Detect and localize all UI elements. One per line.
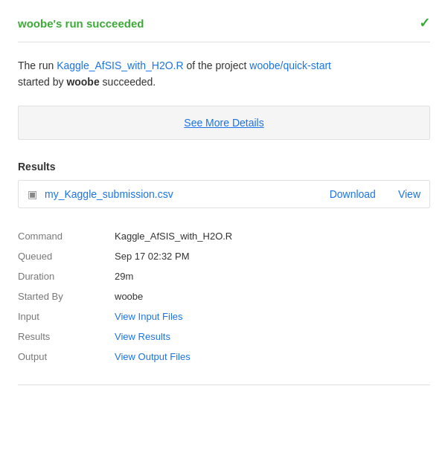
file-icon: ▣	[28, 188, 37, 200]
meta-label: Started By	[18, 291, 115, 302]
meta-row: Started Bywoobe	[18, 286, 430, 306]
meta-value: Sep 17 02:32 PM	[115, 251, 189, 262]
desc-pre: The run	[18, 60, 57, 71]
results-section: Results ▣ my_Kaggle_submission.csv Downl…	[18, 161, 430, 208]
desc-end: succeeded.	[100, 76, 156, 88]
meta-row: ResultsView Results	[18, 327, 430, 347]
page-container: woobe's run succeeded ✓ The run Kaggle_A…	[0, 0, 448, 400]
desc-mid: of the project	[184, 60, 250, 71]
meta-value: Kaggle_AfSIS_with_H2O.R	[115, 231, 232, 242]
meta-row: InputView Input Files	[18, 306, 430, 327]
desc-post: started by	[18, 76, 66, 88]
meta-row: OutputView Output Files	[18, 347, 430, 367]
footer-divider	[18, 385, 430, 385]
header-row: woobe's run succeeded ✓	[18, 15, 430, 31]
meta-label: Duration	[18, 271, 115, 282]
meta-value[interactable]: View Results	[115, 331, 170, 342]
results-heading: Results	[18, 161, 430, 173]
success-check-icon: ✓	[419, 15, 430, 31]
description-text: The run Kaggle_AfSIS_with_H2O.R of the p…	[18, 57, 430, 91]
meta-label: Queued	[18, 251, 115, 262]
meta-value[interactable]: View Output Files	[115, 351, 191, 362]
meta-row: QueuedSep 17 02:32 PM	[18, 246, 430, 266]
meta-section: CommandKaggle_AfSIS_with_H2O.RQueuedSep …	[18, 226, 430, 367]
download-link[interactable]: Download	[330, 188, 376, 200]
see-more-button[interactable]: See More Details	[18, 106, 430, 140]
file-name-link[interactable]: my_Kaggle_submission.csv	[45, 188, 307, 200]
meta-row: CommandKaggle_AfSIS_with_H2O.R	[18, 226, 430, 246]
page-title: woobe's run succeeded	[18, 17, 144, 30]
meta-value: 29m	[115, 271, 133, 282]
meta-label: Output	[18, 351, 115, 362]
results-table: ▣ my_Kaggle_submission.csv Download View	[18, 180, 430, 208]
meta-row: Duration29m	[18, 266, 430, 286]
project-link[interactable]: woobe/quick-start	[249, 60, 331, 71]
meta-value-link[interactable]: View Output Files	[115, 351, 191, 362]
header-divider	[18, 42, 430, 42]
meta-label: Results	[18, 331, 115, 342]
meta-value-link[interactable]: View Input Files	[115, 311, 183, 322]
meta-value-link[interactable]: View Results	[115, 331, 170, 342]
meta-value[interactable]: View Input Files	[115, 311, 183, 322]
view-link[interactable]: View	[398, 188, 420, 200]
user-name: woobe	[66, 76, 99, 88]
meta-value: woobe	[115, 291, 143, 302]
table-row: ▣ my_Kaggle_submission.csv Download View	[19, 181, 429, 208]
meta-label: Command	[18, 231, 115, 242]
run-link[interactable]: Kaggle_AfSIS_with_H2O.R	[57, 60, 183, 71]
meta-label: Input	[18, 311, 115, 322]
